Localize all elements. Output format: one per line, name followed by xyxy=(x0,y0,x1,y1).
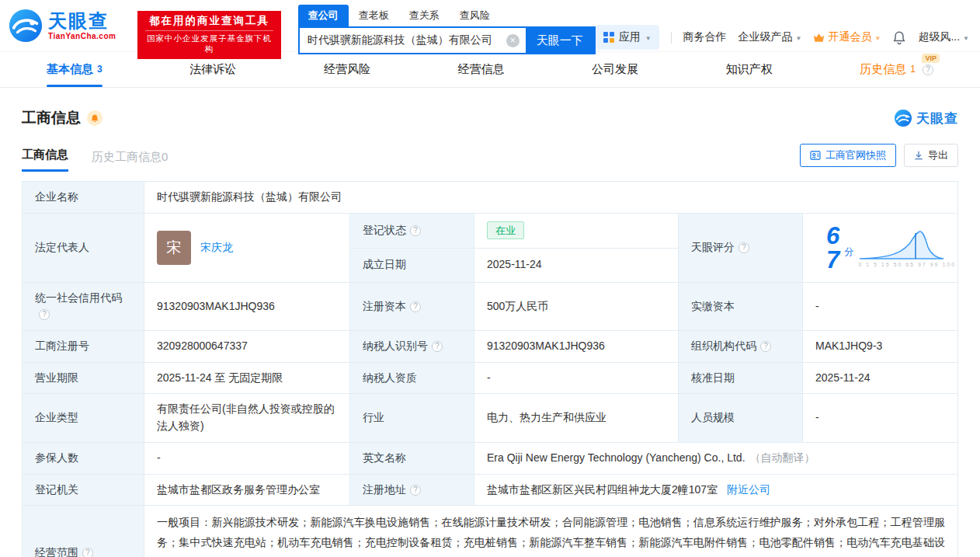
subtab-business-info[interactable]: 工商信息 xyxy=(22,148,68,172)
download-icon xyxy=(914,151,923,160)
section-title: 工商信息 xyxy=(22,108,81,128)
nav-open-vip[interactable]: 开通会员 ▼ xyxy=(813,30,881,44)
tianyancha-logo[interactable]: 天眼查 TianYanCha.com xyxy=(8,8,116,44)
tab-label: 历史信息 xyxy=(860,62,906,77)
search-tab-boss[interactable]: 查老板 xyxy=(349,5,399,26)
notification-bell-icon[interactable] xyxy=(892,30,906,45)
search-tabs: 查公司 查老板 查关系 查风险 xyxy=(298,6,596,26)
help-icon[interactable]: ? xyxy=(410,485,421,496)
tianyancha-logo-icon xyxy=(894,109,912,127)
english-name-value: Era Qiji New Energy Technology (Yancheng… xyxy=(487,451,745,464)
table-row: 登记机关 盐城市盐都区政务服务管理办公室 注册地址? 盐城市盐都区新区兴民村四组… xyxy=(23,474,958,506)
field-label: 法定代表人 xyxy=(35,241,89,253)
chevron-down-icon: ▼ xyxy=(796,35,802,42)
slogan-line1: 都在用的商业查询工具 xyxy=(145,14,273,28)
field-label: 注册地址 xyxy=(363,483,406,496)
nav-enterprise-products[interactable]: 企业级产品 ▼ xyxy=(738,30,802,44)
search-tab-risk[interactable]: 查风险 xyxy=(450,5,500,26)
approve-date-value: 2025-11-24 xyxy=(803,362,958,394)
company-type-value: 有限责任公司(非自然人投资或控股的法人独资) xyxy=(144,394,350,442)
subtab-row: 工商信息 历史工商信息0 工商官网快照 导出 xyxy=(22,144,958,172)
snapshot-icon xyxy=(810,151,821,160)
search-input[interactable] xyxy=(300,28,506,53)
auto-translate-note: （自动翻译） xyxy=(750,451,815,464)
table-row: 法定代表人 宋 宋庆龙 登记状态? 在业 天眼评分? 67 分 xyxy=(23,213,958,248)
table-row: 企业名称 时代骐骥新能源科技（盐城）有限公司 xyxy=(23,182,958,214)
field-label: 注册资本 xyxy=(363,300,406,312)
logo-domain-text: TianYanCha.com xyxy=(48,32,116,40)
top-header: 天眼查 TianYanCha.com 都在用的商业查询工具 国家中小企业发展子基… xyxy=(0,0,980,51)
search-tab-relation[interactable]: 查关系 xyxy=(399,5,450,26)
apps-grid-icon xyxy=(603,32,614,43)
table-row: 经营范围? 一般项目：新兴能源技术研发；新能源汽车换电设施销售；在线能源计量技术… xyxy=(23,506,958,557)
staff-size-value: - xyxy=(803,394,958,442)
tab-label: 法律诉讼 xyxy=(189,62,236,77)
super-risk-label: 超级风... xyxy=(918,30,960,44)
help-icon[interactable]: ? xyxy=(738,242,749,253)
tab-operation-info[interactable]: 经营信息 xyxy=(457,52,504,87)
field-label: 实缴资本 xyxy=(691,300,735,312)
business-term-value: 2025-11-24 至 无固定期限 xyxy=(144,362,350,394)
legal-rep-avatar[interactable]: 宋 xyxy=(157,231,191,265)
reg-capital-value: 500万人民币 xyxy=(474,282,679,330)
tab-label: 经营风险 xyxy=(324,62,370,77)
industry-value: 电力、热力生产和供应业 xyxy=(474,394,679,442)
tab-operation-risk[interactable]: 经营风险 xyxy=(324,52,370,87)
logo-brand-text: 天眼查 xyxy=(48,11,116,31)
apps-menu[interactable]: 应用 ▼ xyxy=(596,25,659,50)
crown-icon xyxy=(813,33,825,43)
search-box: × 天眼一下 xyxy=(298,26,596,54)
nav-super-risk[interactable]: 超级风... ▼ xyxy=(918,30,969,44)
nav-cooperation[interactable]: 商务合作 xyxy=(683,30,727,44)
field-label: 组织机构代码 xyxy=(691,339,756,352)
field-label: 工商注册号 xyxy=(35,339,89,352)
tab-basic-info[interactable]: 基本信息 3 xyxy=(47,52,103,87)
field-label: 行业 xyxy=(363,411,384,423)
taxpayer-quality-value: - xyxy=(474,362,679,394)
help-icon[interactable]: ? xyxy=(410,225,421,236)
tab-label: 知识产权 xyxy=(726,62,773,77)
subscribe-bell-icon[interactable] xyxy=(87,110,103,126)
field-label: 企业名称 xyxy=(35,190,78,203)
field-label: 经营范围 xyxy=(35,546,78,557)
help-icon[interactable]: ? xyxy=(760,341,771,352)
table-row: 营业期限 2025-11-24 至 无固定期限 纳税人资质 - 核准日期 202… xyxy=(23,362,958,394)
table-row: 企业类型 有限责任公司(非自然人投资或控股的法人独资) 行业 电力、热力生产和供… xyxy=(23,394,958,442)
tab-history-info[interactable]: VIP 历史信息 1 ? xyxy=(860,52,933,87)
enterprise-label: 企业级产品 xyxy=(738,30,793,44)
field-label: 纳税人资质 xyxy=(363,371,417,384)
nearby-companies-link[interactable]: 附近公司 xyxy=(727,483,770,496)
insured-count-value: - xyxy=(144,442,350,474)
search-button[interactable]: 天眼一下 xyxy=(526,28,594,53)
help-icon[interactable]: ? xyxy=(410,301,421,312)
help-icon[interactable]: ? xyxy=(432,341,443,352)
divider xyxy=(671,32,672,44)
official-snapshot-button[interactable]: 工商官网快照 xyxy=(800,144,896,167)
legal-rep-name-link[interactable]: 宋庆龙 xyxy=(200,239,233,256)
tab-company-development[interactable]: 公司发展 xyxy=(592,52,638,87)
help-icon[interactable]: ? xyxy=(82,548,93,557)
score-distribution-chart: 0 1 5 15 50 65 97 99 100 xyxy=(858,225,945,270)
tianyan-score[interactable]: 67 分 0 1 5 15 50 65 97 99 100 xyxy=(815,221,945,275)
reg-address-value: 盐城市盐都区新区兴民村四组神龙大厦2幢107室 xyxy=(487,483,718,496)
search-area: 查公司 查老板 查关系 查风险 × 天眼一下 xyxy=(298,6,596,54)
clear-search-icon[interactable]: × xyxy=(506,34,520,47)
help-icon[interactable]: ? xyxy=(39,309,50,320)
subtab-history-business-info[interactable]: 历史工商信息0 xyxy=(92,150,168,172)
table-row: 工商注册号 320928000647337 纳税人识别号? 91320903MA… xyxy=(23,331,958,363)
reg-number-value: 320928000647337 xyxy=(144,331,350,363)
field-label: 纳税人识别号 xyxy=(363,339,428,352)
field-label: 登记机关 xyxy=(35,483,78,496)
tab-count: 3 xyxy=(97,64,103,75)
header-right-nav: 应用 ▼ 商务合作 企业级产品 ▼ 开通会员 ▼ 超级风... ▼ xyxy=(596,25,969,50)
cooperation-label: 商务合作 xyxy=(683,30,727,44)
search-tab-company[interactable]: 查公司 xyxy=(298,5,349,26)
tab-intellectual-property[interactable]: 知识产权 xyxy=(726,52,773,87)
tab-legal-litigation[interactable]: 法律诉讼 xyxy=(189,52,236,87)
help-icon[interactable]: ? xyxy=(923,64,933,75)
field-label: 人员规模 xyxy=(691,411,735,423)
open-vip-label: 开通会员 xyxy=(828,30,871,44)
apps-label: 应用 xyxy=(619,30,641,44)
score-axis-labels: 0 1 5 15 50 65 97 99 100 xyxy=(858,261,945,270)
export-button[interactable]: 导出 xyxy=(904,144,958,167)
